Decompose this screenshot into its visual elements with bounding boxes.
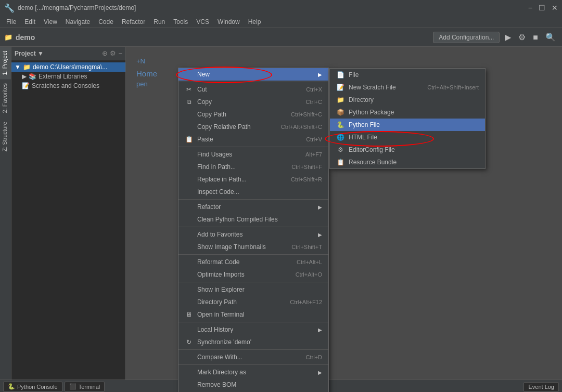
ctx-item-paste[interactable]: 📋 Paste Ctrl+V <box>178 133 328 146</box>
menu-view[interactable]: View <box>40 17 61 27</box>
ctx-label-refactor: Refactor <box>197 203 221 211</box>
ctx-item-replace-in-path[interactable]: Replace in Path... Ctrl+Shift+R <box>178 173 328 186</box>
find-path-shortcut: Ctrl+Shift+F <box>291 164 322 170</box>
python-package-icon: 📦 <box>336 109 344 116</box>
menu-run[interactable]: Run <box>149 17 169 27</box>
close-button[interactable]: ✕ <box>552 4 558 12</box>
tree-item-external-libraries[interactable]: ▶ 📚 External Libraries <box>11 72 125 81</box>
tree-expand-icon: ▼ <box>15 63 21 71</box>
terminal-tab[interactable]: ⬛ Terminal <box>65 382 105 391</box>
ctx-item-copy-relative-path[interactable]: Copy Relative Path Ctrl+Alt+Shift+C <box>178 121 328 133</box>
ctx-item-inspect-code[interactable]: Inspect Code... <box>178 186 328 198</box>
tree-item-scratches[interactable]: 📝 Scratches and Consoles <box>11 81 125 90</box>
minimize-button[interactable]: − <box>528 4 532 12</box>
ctx-item-optimize-imports[interactable]: Optimize Imports Ctrl+Alt+O <box>178 268 328 281</box>
ctx-item-add-favorites[interactable]: Add to Favorites ▶ <box>178 228 328 241</box>
ctx-item-clean-compiled[interactable]: Clean Python Compiled Files <box>178 213 328 226</box>
sub-item-file[interactable]: 📄 File <box>330 69 485 81</box>
home-link[interactable]: Home <box>136 69 157 78</box>
ctx-item-show-explorer[interactable]: Show in Explorer <box>178 283 328 296</box>
copy-icon: ⧉ <box>185 98 193 106</box>
sidebar-tab-project[interactable]: 1: Project <box>0 47 11 79</box>
tree-item-label: demo C:\Users\mengma\... <box>33 63 107 71</box>
ctx-item-local-history[interactable]: Local History ▶ <box>178 323 328 336</box>
menu-window[interactable]: Window <box>213 17 244 27</box>
ctx-item-open-terminal[interactable]: 🖥 Open in Terminal <box>178 308 328 321</box>
project-label: Project ▼ <box>15 50 44 57</box>
ctx-label-copy: Copy <box>197 98 212 106</box>
debug-button[interactable]: ⚙ <box>516 31 528 43</box>
project-icon: 📁 <box>4 33 12 41</box>
sub-label-python-package: Python Package <box>349 109 394 116</box>
settings-icon[interactable]: ⚙ <box>110 49 116 57</box>
separator-3 <box>178 199 328 200</box>
run-button[interactable]: ▶ <box>503 31 513 43</box>
sub-item-python-file[interactable]: 🐍 Python File <box>330 119 485 131</box>
ctx-item-compare-with[interactable]: Compare With... Ctrl+D <box>178 351 328 363</box>
menu-navigate[interactable]: Navigate <box>61 17 94 27</box>
sub-item-new-scratch-file[interactable]: 📝 New Scratch File Ctrl+Alt+Shift+Insert <box>330 81 485 94</box>
separator-2 <box>178 147 328 147</box>
editorconfig-icon: ⚙ <box>336 146 344 153</box>
menu-vcs[interactable]: VCS <box>192 17 213 27</box>
ctx-item-cut[interactable]: ✂ Cut Ctrl+X <box>178 83 328 96</box>
menu-help[interactable]: Help <box>244 17 265 27</box>
menu-tools[interactable]: Tools <box>169 17 192 27</box>
ctx-label-compare-with: Compare With... <box>197 354 242 361</box>
project-name: demo <box>16 33 35 42</box>
tree-item-demo[interactable]: ▼ 📁 demo C:\Users\mengma\... <box>11 62 125 72</box>
paste-icon: 📋 <box>185 136 193 143</box>
ctx-item-mark-directory[interactable]: Mark Directory as ▶ <box>178 366 328 378</box>
ctx-label-copy-relative-path: Copy Relative Path <box>197 123 251 130</box>
ctx-item-find-usages[interactable]: Find Usages Alt+F7 <box>178 148 328 161</box>
ctx-item-synchronize[interactable]: ↻ Synchronize 'demo' <box>178 336 328 348</box>
ctx-item-copy-path[interactable]: Copy Path Ctrl+Shift+C <box>178 108 328 121</box>
maximize-button[interactable]: ☐ <box>539 4 545 12</box>
terminal-tab-icon: ⬛ <box>69 383 76 390</box>
ctx-item-copy[interactable]: ⧉ Copy Ctrl+C <box>178 96 328 108</box>
sidebar-tab-structure[interactable]: Z: Structure <box>0 117 11 155</box>
ctx-label-show-explorer: Show in Explorer <box>197 286 245 293</box>
menu-bar: File Edit View Navigate Code Refactor Ru… <box>0 16 562 28</box>
ctx-item-find-in-path[interactable]: Find in Path... Ctrl+Shift+F <box>178 161 328 173</box>
event-log-tab[interactable]: Event Log <box>523 382 559 391</box>
ctx-label-show-thumbnails: Show Image Thumbnails <box>197 243 266 251</box>
open-link[interactable]: pen <box>136 80 148 88</box>
ctx-item-new[interactable]: New ▶ <box>178 68 328 81</box>
python-console-tab[interactable]: 🐍 Python Console <box>3 382 62 391</box>
window-title: demo [.../mengma/PycharmProjects/demo] <box>18 4 136 11</box>
stop-button[interactable]: ■ <box>531 32 540 43</box>
sidebar-tab-favorites[interactable]: 2: Favorites <box>0 79 11 117</box>
menu-refactor[interactable]: Refactor <box>118 17 149 27</box>
collapse-icon[interactable]: − <box>118 49 122 57</box>
copy-relative-shortcut: Ctrl+Alt+Shift+C <box>281 124 322 130</box>
sub-label-resource-bundle: Resource Bundle <box>349 159 397 166</box>
menu-file[interactable]: File <box>2 17 20 27</box>
ctx-item-directory-path[interactable]: Directory Path Ctrl+Alt+F12 <box>178 296 328 308</box>
configure-project-icon[interactable]: ⊕ <box>102 49 108 57</box>
sub-label-python-file: Python File <box>349 121 380 128</box>
ctx-item-refactor[interactable]: Refactor ▶ <box>178 201 328 213</box>
menu-edit[interactable]: Edit <box>20 17 40 27</box>
terminal-tab-label: Terminal <box>79 384 100 390</box>
scratch-file-icon: 📝 <box>336 84 344 91</box>
sub-item-python-package[interactable]: 📦 Python Package <box>330 106 485 119</box>
separator <box>178 82 328 82</box>
ctx-label-paste: Paste <box>197 136 213 143</box>
sub-item-html-file[interactable]: 🌐 HTML File <box>330 131 485 143</box>
title-bar-controls: − ☐ ✕ <box>528 4 558 12</box>
ctx-label-local-history: Local History <box>197 326 233 333</box>
favorites-arrow-icon: ▶ <box>318 232 322 238</box>
app-logo-icon: 🔧 <box>4 3 15 13</box>
python-file-icon: 🐍 <box>336 121 344 128</box>
ctx-item-reformat[interactable]: Reformat Code Ctrl+Alt+L <box>178 256 328 268</box>
sub-item-directory[interactable]: 📁 Directory <box>330 94 485 106</box>
menu-code[interactable]: Code <box>94 17 118 27</box>
ctx-item-show-thumbnails[interactable]: Show Image Thumbnails Ctrl+Shift+T <box>178 241 328 253</box>
search-everywhere-button[interactable]: 🔍 <box>543 31 558 43</box>
ctx-label-synchronize: Synchronize 'demo' <box>197 338 251 346</box>
sub-item-resource-bundle[interactable]: 📋 Resource Bundle <box>330 156 485 168</box>
add-configuration-button[interactable]: Add Configuration... <box>433 32 500 43</box>
sub-item-editorconfig[interactable]: ⚙ EditorConfig File <box>330 143 485 156</box>
ctx-item-remove-bom[interactable]: Remove BOM <box>178 378 328 391</box>
